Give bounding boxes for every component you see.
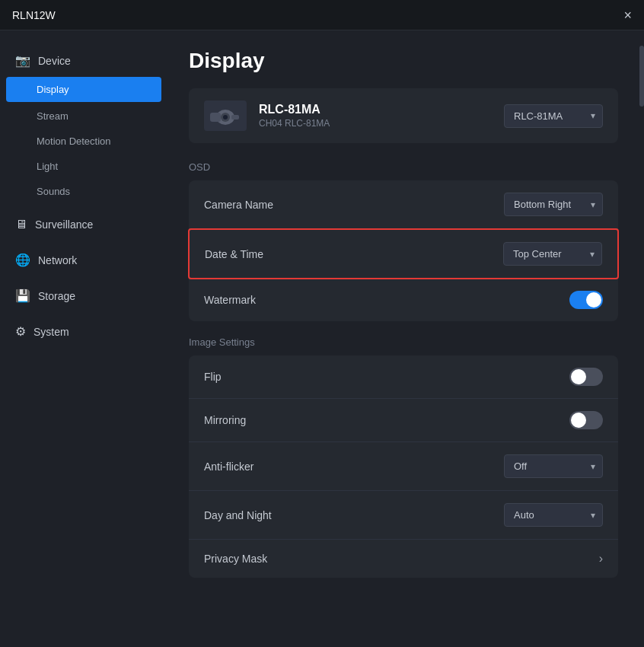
sidebar-item-sounds[interactable]: Sounds bbox=[0, 179, 167, 204]
day-night-label: Day and Night bbox=[204, 509, 272, 521]
sidebar-item-light[interactable]: Light bbox=[0, 154, 167, 179]
image-settings-section-label: Image Settings bbox=[189, 336, 618, 348]
watermark-toggle-knob bbox=[586, 292, 601, 308]
flip-label: Flip bbox=[204, 371, 222, 383]
flip-toggle-knob bbox=[571, 369, 586, 384]
sidebar-item-display[interactable]: Display bbox=[6, 77, 161, 102]
day-night-select[interactable]: Auto Day Night Scheduled bbox=[504, 503, 603, 527]
mirroring-label: Mirroring bbox=[204, 414, 246, 426]
image-row-day-night: Day and Night Auto Day Night Scheduled bbox=[189, 491, 618, 540]
camera-select-wrapper: RLC-81MA bbox=[504, 104, 603, 128]
svg-rect-4 bbox=[210, 113, 221, 122]
scrollbar-thumb[interactable] bbox=[639, 46, 644, 107]
image-row-privacy-mask[interactable]: Privacy Mask › bbox=[189, 540, 618, 578]
camera-name-label: Camera Name bbox=[204, 199, 273, 211]
camera-subtitle: CH04 RLC-81MA bbox=[259, 118, 504, 129]
camera-name-select-wrapper: Bottom Right Top Left Top Right Bottom L… bbox=[504, 193, 603, 216]
sidebar-section-system: ⚙ System bbox=[0, 317, 167, 346]
page-title: Display bbox=[189, 49, 618, 73]
sidebar-section-label-storage: Storage bbox=[38, 290, 75, 302]
image-row-flip: Flip bbox=[189, 355, 618, 399]
camera-select[interactable]: RLC-81MA bbox=[504, 104, 603, 128]
sidebar-section-header-network[interactable]: 🌐 Network bbox=[0, 245, 167, 275]
osd-settings-block: Camera Name Bottom Right Top Left Top Ri… bbox=[189, 180, 618, 321]
sidebar-section-header-system[interactable]: ⚙ System bbox=[0, 317, 167, 346]
app-title: RLN12W bbox=[12, 9, 56, 21]
antiflicker-label: Anti-flicker bbox=[204, 461, 253, 473]
sidebar-section-label-surveillance: Surveillance bbox=[35, 218, 93, 231]
sidebar: 📷 Device Display Stream Motion Detection… bbox=[0, 30, 167, 647]
sidebar-section-label-system: System bbox=[33, 326, 69, 338]
sidebar-item-stream[interactable]: Stream bbox=[0, 104, 167, 129]
main-layout: 📷 Device Display Stream Motion Detection… bbox=[0, 30, 644, 647]
sidebar-section-label-device: Device bbox=[38, 55, 71, 67]
camera-card: RLC-81MA CH04 RLC-81MA RLC-81MA bbox=[189, 88, 618, 143]
datetime-select-wrapper: Top Center Top Left Top Right Bottom Lef… bbox=[503, 242, 602, 266]
storage-icon: 💾 bbox=[15, 288, 30, 303]
privacy-mask-label: Privacy Mask bbox=[204, 553, 267, 565]
antiflicker-select[interactable]: Off 50Hz 60Hz bbox=[504, 454, 603, 478]
scrollbar-track[interactable] bbox=[639, 30, 644, 647]
system-icon: ⚙ bbox=[15, 324, 26, 339]
camera-thumbnail-icon bbox=[204, 100, 247, 131]
sidebar-section-surveillance: 🖥 Surveillance bbox=[0, 210, 167, 239]
sidebar-section-network: 🌐 Network bbox=[0, 245, 167, 275]
sidebar-section-header-surveillance[interactable]: 🖥 Surveillance bbox=[0, 210, 167, 239]
image-settings-block: Flip Mirroring Anti-flicker Off 50Hz bbox=[189, 355, 618, 578]
sidebar-section-header-storage[interactable]: 💾 Storage bbox=[0, 281, 167, 311]
antiflicker-select-wrapper: Off 50Hz 60Hz bbox=[504, 454, 603, 478]
image-row-antiflicker: Anti-flicker Off 50Hz 60Hz bbox=[189, 442, 618, 491]
content-area: Display RLC-81MA CH04 RLC-81MA RLC-81MA bbox=[167, 30, 639, 647]
mirroring-toggle[interactable] bbox=[569, 411, 603, 429]
sidebar-section-header-device[interactable]: 📷 Device bbox=[0, 46, 167, 75]
surveillance-icon: 🖥 bbox=[15, 218, 27, 231]
mirroring-toggle-knob bbox=[571, 413, 586, 428]
camera-name-select[interactable]: Bottom Right Top Left Top Right Bottom L… bbox=[504, 193, 603, 216]
close-button[interactable]: × bbox=[623, 8, 632, 22]
sidebar-item-motion-detection[interactable]: Motion Detection bbox=[0, 129, 167, 154]
day-night-select-wrapper: Auto Day Night Scheduled bbox=[504, 503, 603, 527]
svg-rect-5 bbox=[231, 115, 239, 120]
camera-name: RLC-81MA bbox=[259, 103, 504, 116]
datetime-select[interactable]: Top Center Top Left Top Right Bottom Lef… bbox=[503, 242, 602, 266]
svg-point-3 bbox=[223, 115, 228, 120]
network-icon: 🌐 bbox=[15, 253, 30, 267]
image-row-mirroring: Mirroring bbox=[189, 399, 618, 442]
osd-section-label: OSD bbox=[189, 161, 618, 173]
camera-info: RLC-81MA CH04 RLC-81MA bbox=[259, 103, 504, 129]
datetime-label: Date & Time bbox=[205, 248, 263, 260]
sidebar-section-label-network: Network bbox=[38, 254, 77, 266]
watermark-toggle[interactable] bbox=[569, 291, 603, 309]
watermark-label: Watermark bbox=[204, 294, 256, 306]
osd-row-datetime: Date & Time Top Center Top Left Top Righ… bbox=[188, 228, 619, 279]
sidebar-section-device: 📷 Device Display Stream Motion Detection… bbox=[0, 46, 167, 204]
osd-row-camera-name: Camera Name Bottom Right Top Left Top Ri… bbox=[189, 180, 618, 229]
osd-row-watermark: Watermark bbox=[189, 279, 618, 321]
sidebar-section-storage: 💾 Storage bbox=[0, 281, 167, 311]
flip-toggle[interactable] bbox=[569, 368, 603, 386]
camera-icon: 📷 bbox=[15, 53, 30, 68]
privacy-mask-chevron-icon: › bbox=[599, 552, 603, 566]
titlebar: RLN12W × bbox=[0, 0, 644, 30]
